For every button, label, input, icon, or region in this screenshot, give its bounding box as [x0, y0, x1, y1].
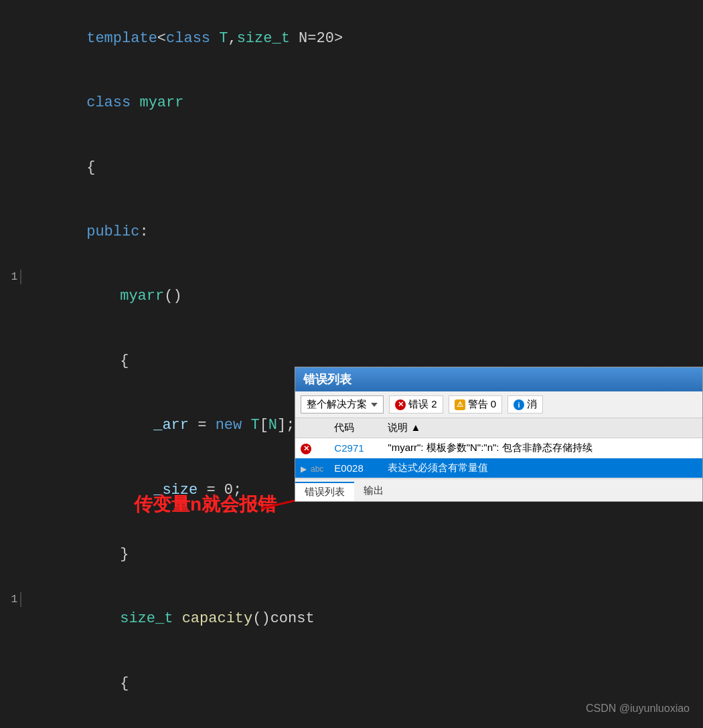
th-code-label: 代码 [334, 422, 354, 433]
row1-code-link[interactable]: C2971 [334, 442, 364, 454]
code-text-2: class myarr [27, 72, 183, 134]
row2-desc-cell: 表达式必须含有常量值 [382, 458, 702, 478]
error-panel-toolbar: 整个解决方案 ✕ 错误 2 ⚠ 警告 0 i 消 [295, 391, 702, 418]
row1-icon-cell: ✕ [295, 438, 329, 458]
gutter-10: 1 [0, 592, 21, 607]
code-text-3: { [27, 137, 95, 199]
th-description: 说明 ▲ [382, 418, 702, 438]
code-line-5: 1 myarr() [0, 265, 703, 329]
error-badge-label: 错误 2 [408, 398, 437, 411]
th-desc-label: 说明 ▲ [388, 422, 420, 433]
code-line-9: } [0, 523, 703, 587]
th-icon [295, 418, 329, 438]
row1-desc-cell: "myarr": 模板参数"N":"n": 包含非静态存储持续 [382, 438, 702, 458]
dropdown-arrow-icon [371, 403, 378, 407]
code-line-1: template<class T,size_t N=20> [0, 7, 703, 71]
error-panel-bottom-tabs: 错误列表 输出 [295, 478, 702, 501]
warning-badge-label: 警告 0 [468, 398, 497, 411]
code-text-7: _arr = new T[N]; [27, 395, 295, 456]
dropdown-label: 整个解决方案 [307, 398, 367, 411]
code-line-12: return N; [0, 716, 703, 728]
tab-output[interactable]: 输出 [354, 482, 393, 501]
error-count-badge[interactable]: ✕ 错误 2 [389, 395, 443, 414]
code-text-1: template<class T,size_t N=20> [27, 8, 343, 70]
row1-error-icon: ✕ [301, 444, 311, 454]
error-panel-titlebar: 错误列表 [295, 367, 702, 391]
info-badge-label: 消 [527, 398, 537, 411]
code-text-6: { [27, 331, 129, 392]
tab-error-list[interactable]: 错误列表 [295, 482, 354, 501]
code-line-3: { [0, 136, 703, 200]
csdn-watermark: CSDN @iuyunluoxiao [586, 703, 690, 715]
row1-code-cell: C2971 [329, 438, 382, 458]
table-row[interactable]: ✕ C2971 "myarr": 模板参数"N":"n": 包含非静态存储持续 [295, 438, 702, 458]
row2-error-icon: ▶ abc [301, 464, 323, 474]
error-dropdown[interactable]: 整个解决方案 [301, 395, 384, 414]
tab-error-list-label: 错误列表 [305, 486, 345, 497]
warning-count-badge[interactable]: ⚠ 警告 0 [449, 395, 503, 414]
annotation-area: 传变量n就会报错 [134, 492, 277, 517]
watermark-text: CSDN @iuyunluoxiao [586, 703, 690, 714]
th-code: 代码 [329, 418, 382, 438]
info-count-badge[interactable]: i 消 [507, 395, 543, 414]
row2-code-link[interactable]: E0028 [334, 462, 363, 474]
annotation-text: 传变量n就会报错 [134, 494, 277, 515]
code-text-5: myarr() [27, 266, 182, 328]
code-line-4: public: [0, 200, 703, 264]
code-text-10: size_t capacity()const [27, 589, 315, 650]
row1-icon: ✕ [301, 444, 311, 454]
row2-description: 表达式必须含有常量值 [388, 462, 488, 473]
table-row-selected[interactable]: ▶ abc E0028 表达式必须含有常量值 [295, 458, 702, 478]
row2-code-cell: E0028 [329, 458, 382, 478]
row1-description: "myarr": 模板参数"N":"n": 包含非静态存储持续 [388, 442, 592, 453]
code-text-12: return N; [27, 717, 233, 728]
table-header-row: 代码 说明 ▲ [295, 418, 702, 438]
tab-output-label: 输出 [364, 484, 384, 496]
error-panel[interactable]: 错误列表 整个解决方案 ✕ 错误 2 ⚠ 警告 0 i 消 [295, 367, 703, 502]
code-text-4: public: [27, 201, 149, 263]
code-line-2: class myarr [0, 71, 703, 135]
error-panel-title: 错误列表 [303, 373, 352, 386]
row2-icon-cell: ▶ abc [295, 458, 329, 478]
info-icon: i [514, 399, 524, 410]
gutter-5: 1 [0, 270, 21, 284]
code-editor: template<class T,size_t N=20> class myar… [0, 0, 703, 728]
error-icon: ✕ [395, 399, 406, 410]
code-line-10: 1 size_t capacity()const [0, 587, 703, 652]
code-text-9: } [27, 524, 129, 585]
code-text-11: { [27, 653, 129, 715]
error-table: 代码 说明 ▲ ✕ C2971 [295, 418, 702, 478]
warning-icon: ⚠ [455, 399, 465, 410]
